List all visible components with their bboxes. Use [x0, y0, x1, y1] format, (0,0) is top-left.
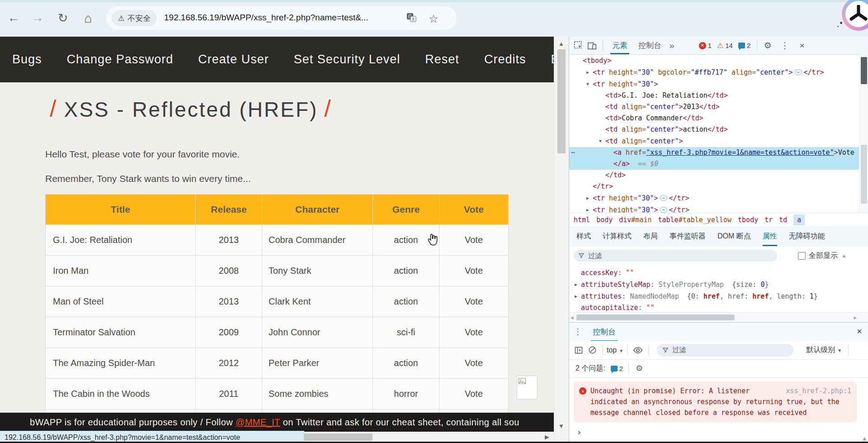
- sidebar-tab-accessibility[interactable]: 无障碍功能: [789, 227, 825, 246]
- disclosure-arrow-icon[interactable]: ▶: [575, 279, 581, 290]
- drawer-menu-icon[interactable]: ⋮: [571, 326, 585, 338]
- home-icon[interactable]: ⌂: [80, 11, 96, 26]
- console-close-icon[interactable]: ×: [857, 326, 862, 337]
- issues-settings-gear-icon[interactable]: ⚙: [632, 362, 646, 374]
- devtools-close-icon[interactable]: ×: [795, 40, 809, 52]
- inspect-element-icon[interactable]: [572, 40, 585, 52]
- line-td-title[interactable]: <td>G.I. Joe: Retaliation</td>: [569, 90, 859, 101]
- line-tr-collapsed-3[interactable]: ▶<tr height="30">⋯</tr>: [569, 204, 859, 214]
- vote-link[interactable]: Vote: [465, 358, 483, 368]
- reload-icon[interactable]: ↻: [55, 11, 71, 25]
- breadcrumb-item-html[interactable]: html: [574, 216, 590, 224]
- vertical-scroll-thumb[interactable]: [557, 49, 566, 153]
- sidebar-tab-event-listeners[interactable]: 事件监听器: [670, 227, 706, 246]
- line-tr-header[interactable]: ▶<tr height="30" bgcolor="#ffb717" align…: [569, 67, 859, 78]
- line-td-year[interactable]: <td align="center">2013</td>: [569, 101, 859, 113]
- console-prompt-chevron[interactable]: ›: [576, 427, 868, 438]
- line-tr-open[interactable]: ▼<tr height="30">: [569, 78, 859, 90]
- breadcrumb-item-body[interactable]: body: [596, 216, 613, 224]
- vote-link[interactable]: Vote: [465, 235, 483, 245]
- properties-horizontal-scrollbar[interactable]: ◂ ▸: [569, 312, 868, 323]
- issues-badge[interactable]: 2: [611, 365, 623, 372]
- more-tabs-icon[interactable]: »: [667, 40, 677, 52]
- vote-link[interactable]: Vote: [465, 266, 483, 276]
- line-a-vote-selected[interactable]: ⋯<a href="xss_href-3.php?movie=1&name=te…: [569, 147, 859, 170]
- sidebar-tab-dom-breakpoints[interactable]: DOM 断点: [717, 227, 751, 246]
- disclosure-arrow-icon[interactable]: ▶: [586, 67, 593, 78]
- nav-item-bugs[interactable]: Bugs: [12, 52, 42, 67]
- disclosure-arrow-icon[interactable]: ▼: [586, 78, 593, 90]
- page-vertical-scrollbar[interactable]: ▲ ▼: [554, 37, 569, 443]
- prop-attributes[interactable]: ▶attributes: NamedNodeMap {0: href, href…: [569, 291, 859, 302]
- line-td-vote-open[interactable]: ▼<td align="center">: [569, 135, 859, 147]
- breadcrumb-item-tr[interactable]: tr: [764, 216, 773, 224]
- warning-count-badge[interactable]: ⚠ 14: [717, 41, 733, 50]
- tab-elements[interactable]: 元素: [607, 37, 633, 54]
- sidebar-scroll-up-arrow[interactable]: ▲: [841, 252, 847, 259]
- sidebar-tab-computed[interactable]: 计算样式: [603, 227, 632, 246]
- device-toolbar-icon[interactable]: [585, 40, 599, 52]
- breadcrumb-item-td[interactable]: td: [779, 216, 787, 224]
- forward-icon[interactable]: →: [30, 11, 45, 25]
- error-count-badge[interactable]: ✕ 1: [699, 42, 712, 49]
- elements-scroll-thumb[interactable]: [861, 57, 867, 84]
- line-tr-collapsed-2[interactable]: ▶<tr height="30">⋯</tr>: [569, 192, 859, 204]
- tab-console[interactable]: 控制台: [633, 37, 667, 54]
- translate-icon[interactable]: G: [406, 12, 418, 24]
- scroll-down-arrow[interactable]: ▼: [558, 423, 564, 429]
- disclosure-arrow-icon[interactable]: ▼: [599, 135, 605, 147]
- console-drawer-tab[interactable]: 控制台: [591, 323, 618, 341]
- breadcrumb-item-div[interactable]: div#main: [619, 216, 651, 224]
- vote-link[interactable]: Vote: [465, 389, 483, 399]
- console-sidebar-icon[interactable]: [572, 344, 585, 356]
- console-filter-input[interactable]: 过滤: [657, 344, 793, 357]
- breadcrumb-item-table[interactable]: table#table_yellow: [658, 216, 732, 224]
- devtools-menu-icon[interactable]: ⋮: [778, 40, 792, 52]
- security-chip[interactable]: ⚠ 不安全: [112, 10, 157, 26]
- line-tbody[interactable]: <tbody>: [569, 55, 859, 67]
- disclosure-arrow-icon[interactable]: ▶: [586, 204, 593, 214]
- error-source-link[interactable]: xss_href-2.php:1: [786, 386, 852, 396]
- live-expression-eye-icon[interactable]: [631, 344, 645, 356]
- properties-filter-input[interactable]: 过滤: [574, 250, 777, 262]
- prop-accesskey[interactable]: accessKey: "": [569, 267, 859, 279]
- nav-item-credits[interactable]: Credits: [484, 52, 526, 67]
- nav-item-reset[interactable]: Reset: [425, 52, 459, 67]
- console-error-entry[interactable]: ✕ xss_href-2.php:1 Uncaught (in promise)…: [574, 381, 857, 422]
- url-text[interactable]: 192.168.56.19/bWAPP/xss_href-2.php?name=…: [164, 13, 368, 23]
- scroll-up-arrow[interactable]: ▲: [558, 40, 564, 47]
- settings-gear-icon[interactable]: ⚙: [761, 40, 774, 52]
- nav-item-set-security-level[interactable]: Set Security Level: [294, 52, 401, 67]
- props-scroll-left-arrow[interactable]: ◂: [571, 314, 574, 321]
- message-count-badge[interactable]: 2: [738, 42, 750, 49]
- show-all-checkbox[interactable]: [798, 252, 806, 260]
- elements-scrollbar[interactable]: [859, 54, 868, 213]
- sidebar-tab-layout[interactable]: 布局: [643, 227, 658, 246]
- line-td-genre[interactable]: <td align="center">action</td>: [569, 124, 859, 135]
- context-selector[interactable]: top▼: [607, 346, 623, 354]
- sidebar-tab-styles[interactable]: 样式: [576, 227, 591, 246]
- sidebar-tab-properties[interactable]: 属性: [763, 227, 777, 246]
- elements-scroll-thumb-secondary[interactable]: [861, 145, 867, 204]
- line-td-character[interactable]: <td>Cobra Commander</td>: [569, 113, 859, 124]
- breadcrumb-item-tbody[interactable]: tbody: [738, 216, 758, 224]
- horizontal-scroll-thumb[interactable]: [304, 433, 373, 441]
- clear-console-icon[interactable]: [585, 344, 599, 356]
- line-tr-close[interactable]: </tr>: [569, 181, 859, 192]
- props-scroll-thumb[interactable]: [576, 314, 735, 320]
- back-icon[interactable]: ←: [6, 11, 21, 25]
- profile-avatar[interactable]: [842, 0, 868, 31]
- console-scroll-up-arrow[interactable]: ▲: [863, 435, 866, 442]
- vote-link[interactable]: Vote: [465, 296, 483, 306]
- disclosure-arrow-icon[interactable]: ▶: [575, 291, 581, 302]
- scroll-right-arrow[interactable]: ▶: [545, 433, 549, 440]
- breadcrumb-item-a[interactable]: a: [793, 214, 805, 225]
- vote-link[interactable]: Vote: [465, 327, 483, 337]
- nav-item-change-password[interactable]: Change Password: [67, 52, 174, 67]
- nav-item-create-user[interactable]: Create User: [198, 52, 269, 67]
- disclosure-arrow-icon[interactable]: ▶: [586, 192, 593, 204]
- bookmark-star-icon[interactable]: ☆: [428, 12, 439, 24]
- footer-twitter-link[interactable]: @MME_IT: [236, 417, 280, 428]
- address-bar[interactable]: ⚠ 不安全 192.168.56.19/bWAPP/xss_href-2.php…: [106, 6, 457, 30]
- log-levels-dropdown[interactable]: 默认级别▼: [806, 345, 842, 355]
